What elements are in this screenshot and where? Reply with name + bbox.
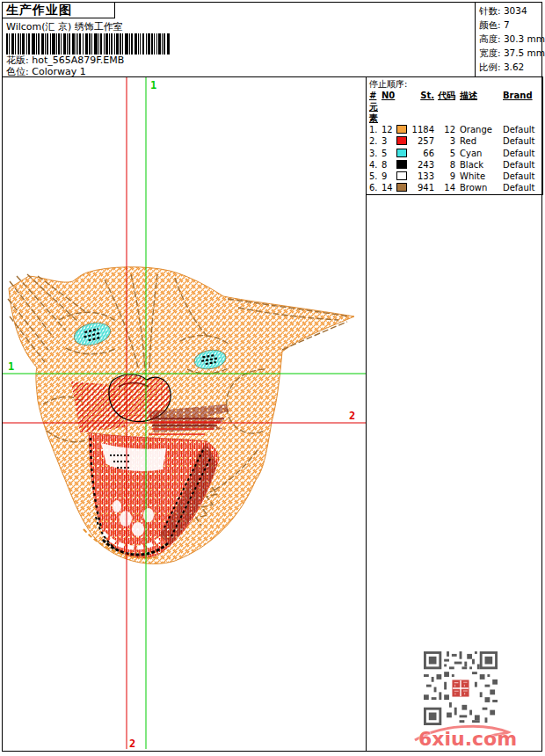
col-brand: Brand <box>503 90 539 101</box>
studio-name: Wilcom(汇 京) 绣饰工作室 <box>6 20 123 33</box>
cougar-design <box>8 267 354 564</box>
production-worksheet-page: 生产作业图 Wilcom(汇 京) 绣饰工作室 花版: hot_565A879F… <box>0 0 545 756</box>
col-st: St. <box>411 90 436 101</box>
design-stats-panel: 针数: 3034 颜色: 7 高度: 30.3 mm 宽度: 37.5 mm 比… <box>475 3 542 76</box>
color-swatch <box>396 125 407 134</box>
color-swatch <box>396 136 407 145</box>
stop-sequence-header: #N0St.代码描述Brand元素 <box>369 90 542 124</box>
guide-label-start-top: 1 <box>150 79 156 91</box>
page-title: 生产作业图 <box>2 2 115 18</box>
table-row: 7.1113511Dark RedDefault <box>369 194 542 195</box>
table-row: 6.1494114BrownDefault <box>369 182 542 193</box>
table-row: 1.12118412OrangeDefault <box>369 124 542 135</box>
color-swatch <box>396 183 407 192</box>
col-n0: N0 <box>382 90 396 101</box>
color-swatch <box>396 171 407 180</box>
col-element: 元素 <box>369 101 382 124</box>
design-canvas: 1 1 2 2 <box>3 77 366 751</box>
qr-seal <box>451 679 471 699</box>
watermark-text: 6xiu.com <box>418 728 517 750</box>
stat-colors: 颜色: 7 <box>479 18 542 32</box>
barcode <box>6 33 170 55</box>
guide-label-end-bottom: 2 <box>129 738 135 750</box>
color-swatch <box>396 149 407 157</box>
color-swatch <box>396 160 407 169</box>
guide-label-start-left: 1 <box>8 360 14 373</box>
table-row: 3.5665CyanDefault <box>369 148 542 159</box>
stat-stitches: 针数: 3034 <box>479 4 542 18</box>
qr-code <box>424 651 498 725</box>
stat-height: 高度: 30.3 mm <box>479 32 542 46</box>
stop-sequence-title: 停止顺序: <box>369 78 542 90</box>
table-row: 5.91339WhiteDefault <box>369 171 542 182</box>
stat-scale: 比例: 3.62 <box>479 60 542 74</box>
col-desc: 描述 <box>457 90 503 101</box>
stop-sequence-panel: 停止顺序: #N0St.代码描述Brand元素 1.12118412Orange… <box>366 76 543 195</box>
table-row: 4.82438BlackDefault <box>369 159 542 171</box>
col-seq: # <box>369 90 382 101</box>
stat-width: 宽度: 37.5 mm <box>479 46 542 60</box>
col-code: 代码 <box>436 90 457 101</box>
guide-label-end-right: 2 <box>349 410 355 422</box>
watermark: 6xiu.com <box>410 721 515 752</box>
table-row: 2.32573RedDefault <box>369 135 542 147</box>
